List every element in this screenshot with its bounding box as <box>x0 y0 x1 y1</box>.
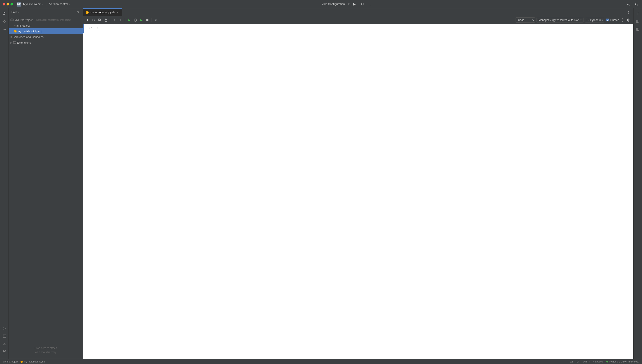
tab-notebook[interactable]: ○ my_notebook.ipynb ✕ <box>83 8 122 16</box>
table-icon[interactable] <box>634 26 641 33</box>
copy-cell-button[interactable] <box>97 17 103 23</box>
scratches-icon: ≡ <box>11 36 12 38</box>
notebook-toolbar-right: Code Markdown Raw Managed Jupyter server… <box>515 17 631 23</box>
next-cell-button[interactable]: ▼ <box>620 20 624 23</box>
problems-activity-icon[interactable]: ⚠ <box>1 340 8 348</box>
sidebar: Files ▾ ⚙ MyFirstProject ~/DataspellProj… <box>9 8 83 359</box>
tree-item-scratches[interactable]: ≡ Scratches and Consoles <box>9 34 83 40</box>
tab-close-button[interactable]: ✕ <box>116 11 120 14</box>
svg-rect-22 <box>636 20 638 23</box>
right-panel: ○ my_notebook.ipynb ✕ ⋮ + ✂ <box>83 8 642 359</box>
account-button[interactable] <box>633 1 639 7</box>
status-encoding[interactable]: UTF-8 <box>583 360 589 363</box>
status-python[interactable]: Python 3.11 (MyFirstProject) <box>606 360 639 363</box>
minimize-button[interactable] <box>7 3 9 6</box>
interrupt-kernel-button[interactable]: ◼ <box>145 17 150 23</box>
svg-point-2 <box>636 3 637 4</box>
airlines-csv-label: airlines.csv <box>16 24 30 27</box>
indent-label: 4 spaces <box>593 360 603 363</box>
git-activity-icon[interactable] <box>1 348 8 355</box>
svg-point-12 <box>5 350 6 351</box>
tree-item-extensions[interactable]: ▶ Extensions <box>9 40 83 46</box>
notebook-label: my_notebook.ipynb <box>18 30 42 33</box>
sidebar-title-chevron-icon: ▾ <box>18 11 19 13</box>
more-options-button[interactable]: ⋮ <box>367 1 373 7</box>
vcs-label[interactable]: Version control ▾ <box>49 2 70 6</box>
file-tree: MyFirstProject ~/DataspellProjects/MyFir… <box>9 16 83 342</box>
drop-hint-text: Drop here to attachas a root directory <box>35 346 57 354</box>
paste-cell-button[interactable] <box>103 17 109 23</box>
title-right <box>625 1 639 7</box>
extensions-chevron-icon: ▶ <box>11 42 12 44</box>
status-bar-right: 2:1 LF UTF-8 4 spaces Python 3.11 (MyFir… <box>570 360 639 363</box>
tab-bar: ○ my_notebook.ipynb ✕ ⋮ <box>83 8 633 16</box>
trusted-checkbox[interactable] <box>606 18 609 22</box>
delete-cell-button[interactable]: 🗑 <box>153 17 159 23</box>
breadcrumb-project[interactable]: MyFirstProject <box>3 360 18 363</box>
svg-rect-24 <box>636 28 639 30</box>
position-label: 2:1 <box>570 360 573 363</box>
svg-point-5 <box>4 20 5 20</box>
project-badge: MF <box>17 2 22 6</box>
status-line-ending[interactable]: LF <box>577 360 579 363</box>
status-position[interactable]: 2:1 <box>570 360 573 363</box>
trusted-text: Trusted <box>610 18 619 22</box>
debug-button[interactable]: ⚙ <box>359 1 365 7</box>
breadcrumb-file[interactable]: my_notebook.ipynb <box>24 360 45 363</box>
jupyter-server-button[interactable]: Managed Jupyter server: auto-start ▾ <box>536 18 583 22</box>
files-activity-icon[interactable] <box>1 10 8 17</box>
tab-bar-more-button[interactable]: ⋮ <box>625 9 631 15</box>
sidebar-settings-button[interactable]: ⚙ <box>75 10 80 14</box>
move-cell-up-button[interactable]: ↑ <box>112 17 117 23</box>
run-all-cells-button[interactable] <box>132 17 138 23</box>
add-cell-button[interactable]: + <box>85 17 90 23</box>
python-status-label: Python 3.11 (MyFirstProject) <box>609 360 639 363</box>
prev-cell-button[interactable]: ▲ <box>620 17 624 20</box>
tab-notebook-icon: ○ <box>86 11 89 14</box>
cut-cell-button[interactable]: ✂ <box>91 17 97 23</box>
search-button[interactable] <box>625 1 631 7</box>
check-icon[interactable]: ✓ <box>634 10 641 17</box>
python-kernel-chevron-icon: ▾ <box>601 18 603 22</box>
line-ending-label: LF <box>577 360 579 363</box>
upload-button[interactable] <box>626 17 631 23</box>
title-project: MyFirstProject ▾ <box>23 2 43 6</box>
vcs-text: Version control <box>49 2 68 6</box>
tree-item-notebook[interactable]: ○ my_notebook.ipynb <box>9 28 83 34</box>
trusted-label[interactable]: Trusted <box>606 18 619 22</box>
move-cell-down-button[interactable]: ↓ <box>118 17 123 23</box>
close-button[interactable] <box>3 3 5 6</box>
svg-rect-23 <box>638 20 639 23</box>
cell-cursor <box>103 26 103 30</box>
upload-icon <box>627 18 630 22</box>
plugins-activity-icon[interactable] <box>1 18 8 25</box>
cell-input-0[interactable] <box>101 25 633 32</box>
notebook-file-icon: ○ <box>14 30 17 32</box>
add-configuration-button[interactable]: Add Configuration... ▾ <box>322 2 350 6</box>
project-root-path: ~/DataspellProjects/MyFirstProject <box>34 18 71 21</box>
editor-area: ○ my_notebook.ipynb ✕ ⋮ + ✂ <box>83 8 633 359</box>
more-activity-icon[interactable]: ⋯ <box>1 26 8 33</box>
terminal-activity-icon[interactable] <box>1 332 8 340</box>
jupyter-server-label: Managed Jupyter server: auto-start <box>538 18 579 22</box>
project-folder-icon <box>11 18 14 22</box>
svg-point-0 <box>627 3 629 5</box>
notebook-content[interactable]: In _ 1 <box>83 24 633 359</box>
run-selected-button[interactable]: ▶ <box>139 17 144 23</box>
diff-icon[interactable] <box>634 18 641 25</box>
notebook-toolbar: + ✂ ↑ ↓ <box>83 16 633 24</box>
python-kernel-button[interactable]: Python 3 ▾ <box>585 18 605 22</box>
status-indent[interactable]: 4 spaces <box>593 360 603 363</box>
toolbar-separator-1 <box>110 18 110 22</box>
maximize-button[interactable] <box>11 3 13 6</box>
run-button[interactable]: ▶ <box>351 1 357 7</box>
cell-type-select[interactable]: Code Markdown Raw <box>515 18 535 23</box>
tree-item-airlines-csv[interactable]: ≡ airlines.csv <box>9 23 83 28</box>
run-cell-button[interactable]: ▶ <box>126 17 132 23</box>
extensions-label: Extensions <box>17 41 31 44</box>
notebook-cell-0[interactable]: In _ 1 <box>83 24 633 33</box>
tutorials-activity-icon[interactable]: ▷ <box>1 325 8 332</box>
tree-item-project-root[interactable]: MyFirstProject ~/DataspellProjects/MyFir… <box>9 17 83 23</box>
sidebar-actions: ⚙ <box>75 10 80 14</box>
python-status-dot <box>606 361 608 362</box>
